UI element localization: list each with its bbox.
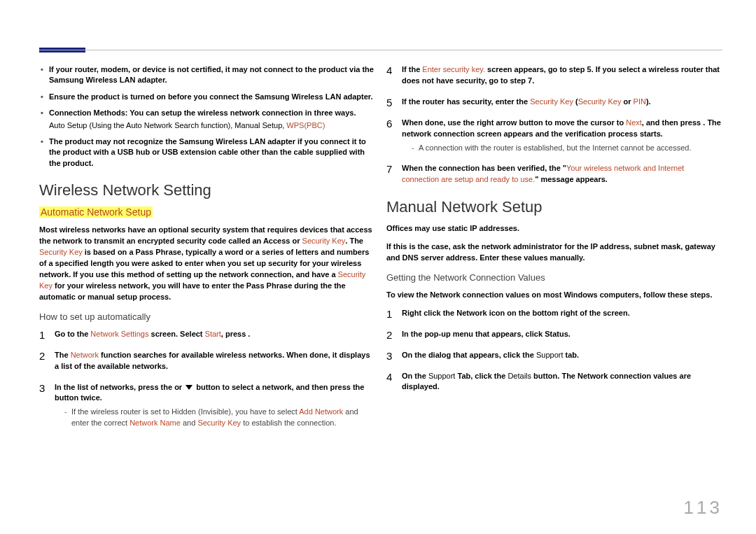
sub-note: If the wireless router is set to Hidden … xyxy=(55,407,375,428)
automatic-network-setup-heading: Automatic Network Setup xyxy=(39,206,375,218)
auto-steps-list: Go to the Network Settings screen. Selec… xyxy=(39,329,375,428)
text: Samsung Wireless LAN adapter xyxy=(179,137,295,146)
getting-values-heading: Getting the Network Connection Values xyxy=(386,272,722,283)
page-number: 113 xyxy=(684,497,722,519)
text: PIN xyxy=(634,97,646,106)
text: Network xyxy=(71,351,99,359)
text: If the wireless router is set to Hidden … xyxy=(71,407,299,416)
step-item: On the Support Tab, click the Details bu… xyxy=(386,371,722,393)
manual-para-2: If this is the case, ask the network adm… xyxy=(386,241,722,264)
text: Security Key xyxy=(39,248,83,256)
text: The product may not recognize the xyxy=(49,137,179,146)
text: Go to the xyxy=(55,330,90,338)
text: Network Settings xyxy=(90,330,148,338)
text: Add Network xyxy=(299,407,343,416)
auto-setup-paragraph: Most wireless networks have an optional … xyxy=(39,225,375,303)
top-notes-left: If your router, modem, or device is not … xyxy=(39,64,375,169)
text: for your wireless network, you will have… xyxy=(39,281,346,301)
text: Security Key xyxy=(530,97,573,106)
highlight: Automatic Network Setup xyxy=(39,206,153,218)
sub-note-item: If the wireless router is set to Hidden … xyxy=(64,407,375,428)
step-item: Right click the Network icon on the bott… xyxy=(386,308,722,319)
left-column: If your router, modem, or device is not … xyxy=(39,64,375,438)
text: Details xyxy=(507,372,531,380)
wireless-network-setting-heading: Wireless Network Setting xyxy=(39,181,375,199)
text: If the router has security, enter the xyxy=(402,97,530,106)
auto-steps-continued: If the Enter security key. screen appear… xyxy=(386,64,722,185)
text: On the dialog that appears, click the xyxy=(402,351,536,359)
text: , press . xyxy=(221,330,251,338)
text: ( xyxy=(573,97,578,106)
step-item: When done, use the right arrow button to… xyxy=(386,118,722,153)
step-item: Go to the Network Settings screen. Selec… xyxy=(39,329,375,340)
text: . xyxy=(165,76,167,84)
step-item: In the list of networks, press the or bu… xyxy=(39,382,375,429)
note-item: If your router, modem, or device is not … xyxy=(39,64,375,86)
text: Start xyxy=(205,330,221,338)
step-item: The Network function searches for availa… xyxy=(39,350,375,372)
text: Support xyxy=(428,372,456,380)
text: When the connection has been verified, t… xyxy=(402,164,566,172)
text: . The xyxy=(345,237,363,245)
text: . xyxy=(371,92,373,101)
step-item: On the dialog that appears, click the Su… xyxy=(386,350,722,361)
text: is based on a Pass Phrase, typically a w… xyxy=(39,248,369,279)
text: In the list of networks, press the or xyxy=(55,383,184,391)
text: Support xyxy=(536,351,564,359)
text: screen. Select xyxy=(148,330,204,338)
text: " message appears. xyxy=(535,175,608,183)
manual-network-setup-heading: Manual Network Setup xyxy=(386,198,722,216)
text: Connection Methods: You can setup the wi… xyxy=(49,108,356,117)
text: If the xyxy=(402,65,422,73)
step-item: In the pop-up menu that appears, click S… xyxy=(386,329,722,340)
text: Security Key xyxy=(578,97,622,106)
text: Ensure the product is turned on before y… xyxy=(49,92,255,101)
sub-note: A connection with the router is establis… xyxy=(402,143,722,153)
text: Network Name xyxy=(130,419,181,427)
header-rule xyxy=(39,50,722,50)
content-area: If your router, modem, or device is not … xyxy=(39,64,722,438)
manual-para-1: Offices may use static IP addresses. xyxy=(386,223,722,234)
text: and xyxy=(181,419,197,427)
getting-values-steps: Right click the Network icon on the bott… xyxy=(386,308,722,393)
step-item: If the router has security, enter the Se… xyxy=(386,97,722,108)
text: Tab, click the xyxy=(455,372,507,380)
text: ). xyxy=(646,97,651,106)
text: tab. xyxy=(563,351,579,359)
note-item: The product may not recognize the Samsun… xyxy=(39,136,375,169)
text: Enter security key. xyxy=(422,65,485,73)
text: Samsung Wireless LAN adapter xyxy=(255,92,371,101)
text: When done, use the right arrow button to… xyxy=(402,118,626,127)
step-item: If the Enter security key. screen appear… xyxy=(386,64,722,87)
text: Auto Setup (Using the Auto Network Searc… xyxy=(49,121,286,129)
text: Samsung Wireless LAN adapter xyxy=(49,76,165,84)
getting-values-intro: To view the Network connection values on… xyxy=(386,290,722,301)
note-item: Connection Methods: You can setup the wi… xyxy=(39,108,375,131)
text: The xyxy=(55,351,71,359)
text: function searches for available wireless… xyxy=(55,351,370,370)
text: If your router, modem, or device is not … xyxy=(49,65,374,73)
text: to establish the connection. xyxy=(241,419,336,427)
sub-note-item: A connection with the router is establis… xyxy=(412,143,722,153)
text: Next xyxy=(626,118,642,127)
text: WPS(PBC) xyxy=(286,121,325,129)
text: Security Key xyxy=(302,237,346,245)
text: Security Key xyxy=(197,419,241,427)
how-to-auto-heading: How to set up automatically xyxy=(39,311,375,322)
right-column: If the Enter security key. screen appear… xyxy=(386,64,722,438)
step-item: When the connection has been verified, t… xyxy=(386,163,722,185)
text: On the xyxy=(402,372,428,380)
note-item: Ensure the product is turned on before y… xyxy=(39,92,375,102)
down-arrow-icon xyxy=(186,385,192,390)
text: or xyxy=(621,97,633,106)
